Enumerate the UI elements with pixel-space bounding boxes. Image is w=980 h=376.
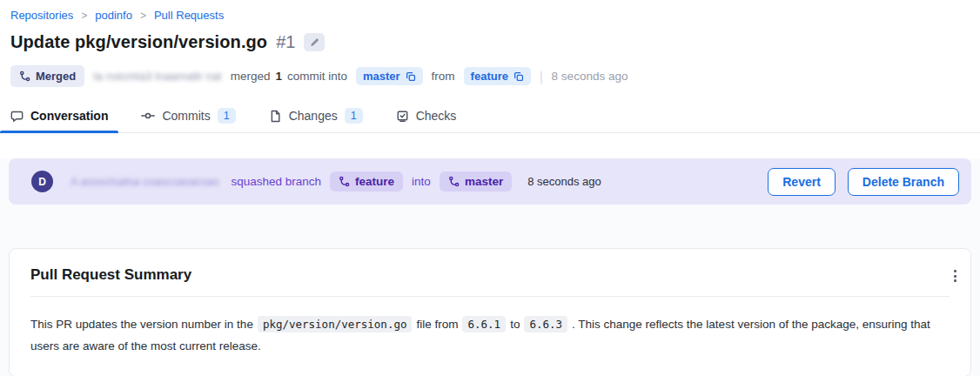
status-badge: Merged	[10, 65, 84, 87]
source-branch-pill[interactable]: feature	[330, 171, 403, 191]
action-text: squashed branch	[232, 175, 322, 188]
banner-action-text: squashed branch feature into	[232, 171, 513, 191]
pr-timestamp: 8 seconds ago	[552, 70, 628, 83]
breadcrumb-separator: >	[81, 10, 87, 22]
tab-label: Conversation	[30, 109, 108, 123]
commit-word: commit into	[287, 70, 347, 83]
avatar[interactable]: D	[31, 171, 53, 192]
commit-count: 1	[275, 70, 282, 83]
content-area: D A asssctsatsa csascsasacsas squashed b…	[0, 158, 980, 376]
tab-label: Changes	[289, 109, 338, 123]
tab-conversation[interactable]: Conversation	[0, 99, 118, 132]
redacted-author: A asssctsatsa csascsasacsas	[70, 175, 219, 188]
branch-name: feature	[355, 175, 394, 188]
target-branch-name: master	[363, 70, 400, 83]
pull-request-summary-card: Pull Request Summary This PR updates the…	[9, 248, 971, 376]
page-header: Repositories > podinfo > Pull Requests U…	[0, 0, 980, 87]
tab-label: Checks	[416, 109, 457, 123]
pencil-icon	[309, 37, 320, 48]
page-title: Update pkg/version/version.go	[10, 32, 267, 52]
checklist-icon	[396, 110, 409, 123]
card-divider	[30, 296, 950, 297]
pr-status-row: Merged ta nstcmta3 tnaamattr nat merged …	[10, 65, 970, 87]
tab-checks[interactable]: Checks	[386, 99, 467, 132]
target-branch-pill[interactable]: master	[356, 67, 423, 85]
status-badge-label: Merged	[36, 70, 76, 83]
kebab-icon	[954, 270, 957, 282]
file-icon	[269, 110, 282, 123]
speech-bubble-icon	[10, 110, 23, 123]
pr-number: #1	[276, 32, 295, 52]
commits-count-badge: 1	[218, 108, 236, 124]
commit-icon	[141, 109, 155, 123]
git-merge-icon	[448, 176, 460, 187]
redacted-author: ta nstcmta3 tnaamattr nat	[93, 70, 221, 83]
breadcrumb-repositories[interactable]: Repositories	[10, 9, 73, 22]
tab-commits[interactable]: Commits 1	[131, 99, 245, 132]
card-menu-button[interactable]	[949, 265, 962, 287]
merged-word: merged	[231, 70, 271, 83]
merge-sentence: merged 1 commit into	[231, 70, 347, 83]
revert-button[interactable]: Revert	[768, 168, 836, 196]
banner-timestamp: 8 seconds ago	[527, 175, 601, 188]
tab-changes[interactable]: Changes 1	[258, 99, 373, 132]
divider: |	[540, 70, 543, 84]
source-branch-name: feature	[471, 70, 508, 83]
breadcrumb-pull-requests[interactable]: Pull Requests	[154, 9, 224, 22]
tab-label: Commits	[162, 109, 210, 123]
tab-bar: Conversation Commits 1 Changes 1	[0, 99, 980, 133]
title-row: Update pkg/version/version.go #1	[10, 32, 970, 52]
into-word: into	[412, 175, 431, 188]
target-branch-pill[interactable]: master	[440, 171, 512, 191]
changes-count-badge: 1	[345, 108, 363, 124]
breadcrumb: Repositories > podinfo > Pull Requests	[10, 9, 970, 22]
delete-branch-button[interactable]: Delete Branch	[848, 168, 959, 196]
from-word: from	[432, 70, 455, 83]
merged-banner: D A asssctsatsa csascsasacsas squashed b…	[9, 158, 971, 205]
breadcrumb-separator: >	[140, 10, 146, 22]
source-branch-pill[interactable]: feature	[464, 67, 531, 85]
card-title: Pull Request Summary	[30, 266, 191, 284]
git-merge-icon	[19, 70, 30, 82]
banner-actions: Revert Delete Branch	[768, 168, 959, 196]
breadcrumb-podinfo[interactable]: podinfo	[95, 9, 132, 22]
copy-icon[interactable]	[406, 71, 416, 82]
edit-title-button[interactable]	[304, 33, 325, 51]
card-header: Pull Request Summary	[30, 266, 950, 284]
git-merge-icon	[339, 176, 350, 187]
pr-description: This PR updates the version number in th…	[30, 313, 936, 357]
copy-icon[interactable]	[513, 71, 524, 82]
branch-name: master	[465, 175, 503, 188]
